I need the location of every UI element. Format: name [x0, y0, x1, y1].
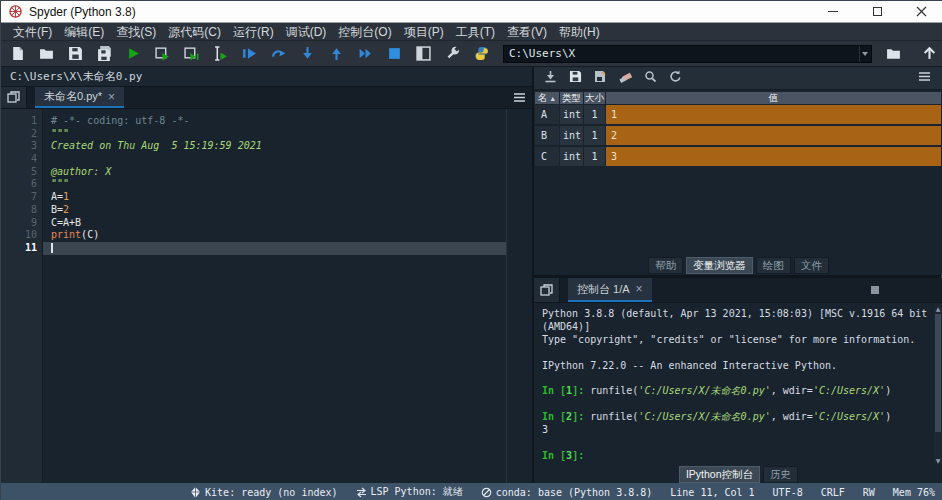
close-icon[interactable]: × [636, 284, 643, 294]
statusbar: Kite: ready (no index)LSP Python: 就绪cond… [1, 483, 942, 500]
status-item-8: Mem 76% [893, 487, 935, 498]
menu-item-4[interactable]: 源代码(C) [162, 23, 227, 41]
open-file-button[interactable] [33, 43, 59, 65]
interrupt-kernel-button[interactable] [867, 282, 883, 298]
code-line [43, 242, 506, 255]
status-item-1: Kite: ready (no index) [190, 487, 337, 498]
search-icon [644, 69, 657, 87]
step-into-button[interactable] [294, 43, 320, 65]
status-text: CRLF [821, 487, 845, 498]
run-cell-button[interactable] [149, 43, 175, 65]
console-line: Type "copyright", "credits" or "license"… [542, 334, 929, 347]
status-item-6: CRLF [821, 487, 845, 498]
maximize-pane-button[interactable] [410, 43, 436, 65]
pythonpath-button[interactable] [468, 43, 494, 65]
chevron-down-icon[interactable] [859, 46, 871, 62]
console-scrollbar[interactable]: ▲ ▼ [934, 304, 942, 464]
menu-item-10[interactable]: 查看(V) [501, 23, 553, 41]
step-over-button[interactable] [265, 43, 291, 65]
table-row[interactable]: Cint13 [535, 147, 942, 166]
close-console-button[interactable] [893, 282, 909, 298]
stack-icon [7, 91, 20, 104]
step-into-icon [300, 46, 315, 61]
search-button[interactable] [638, 68, 663, 88]
step-over-icon [271, 46, 286, 61]
variable-explorer-pane: 名▲类型大小值Aint11Bint12Cint13 帮助变量浏览器绘图文件 [534, 67, 942, 275]
save-icon [569, 69, 582, 87]
helper-tab-2[interactable]: 变量浏览器 [686, 257, 753, 274]
step-out-button[interactable] [323, 43, 349, 65]
menu-item-11[interactable]: 帮助(H) [553, 23, 606, 41]
table-row[interactable]: Bint12 [535, 126, 942, 145]
code-editor[interactable]: 1234567891011 # -*- coding: utf-8 -*-"""… [1, 109, 532, 483]
menu-item-5[interactable]: 运行(R) [227, 23, 280, 41]
refresh-button[interactable] [663, 68, 688, 88]
console-options-button[interactable] [919, 282, 935, 298]
stop-icon [387, 46, 402, 61]
new-file-button[interactable] [4, 43, 30, 65]
browse-consoles-button[interactable] [534, 278, 560, 302]
cell-size: 1 [584, 126, 605, 145]
remove-variables-button[interactable] [613, 68, 638, 88]
code-line: """ [43, 178, 506, 191]
editor-tab-untitled0[interactable]: 未命名0.py* × [35, 87, 124, 108]
console-bottom-tab-2[interactable]: 历史 [763, 466, 798, 483]
debug-button[interactable] [236, 43, 262, 65]
column-header-3[interactable]: 大小 [584, 92, 605, 104]
run-button[interactable] [120, 43, 146, 65]
browse-tabs-button[interactable] [1, 87, 27, 108]
scroll-up-icon[interactable]: ▲ [934, 304, 942, 312]
status-text: UTF-8 [773, 487, 803, 498]
editor-options-button[interactable] [506, 87, 532, 108]
code-line: B=2 [43, 204, 506, 217]
menu-item-1[interactable]: 文件(F) [7, 23, 58, 41]
cell-size: 1 [584, 147, 605, 166]
import-icon [544, 69, 557, 87]
status-item-2: LSP Python: 就绪 [356, 485, 463, 499]
preferences-button[interactable] [439, 43, 465, 65]
working-directory-input[interactable] [504, 47, 859, 60]
save-data-button[interactable] [563, 68, 588, 88]
menu-item-7[interactable]: 控制台(O) [332, 23, 397, 41]
save-button[interactable] [62, 43, 88, 65]
import-data-button[interactable] [538, 68, 563, 88]
menu-item-9[interactable]: 工具(T) [450, 23, 501, 41]
variable-options-button[interactable] [912, 68, 937, 88]
run-cell-advance-icon [184, 46, 199, 61]
console-content[interactable]: Python 3.8.8 (default, Apr 13 2021, 15:0… [534, 303, 942, 465]
parent-directory-button[interactable] [915, 43, 942, 65]
save-all-button[interactable] [91, 43, 117, 65]
helper-tab-4[interactable]: 文件 [794, 257, 829, 274]
continue-button[interactable] [352, 43, 378, 65]
console-line: (AMD64)] [542, 321, 929, 334]
column-header-2[interactable]: 类型 [560, 92, 583, 104]
menu-item-3[interactable]: 查找(S) [110, 23, 162, 41]
browse-directory-button[interactable] [880, 43, 908, 65]
save-data-as-button[interactable] [588, 68, 613, 88]
stop-button[interactable] [381, 43, 407, 65]
hamburger-icon [918, 69, 931, 87]
console-tab-1a[interactable]: 控制台 1/A × [568, 278, 652, 302]
run-cell-advance-button[interactable] [178, 43, 204, 65]
window-title: Spyder (Python 3.8) [29, 5, 136, 19]
console-bottom-tab-1[interactable]: IPython控制台 [679, 466, 760, 483]
scroll-down-icon[interactable]: ▼ [934, 456, 942, 464]
run-selection-button[interactable] [207, 43, 233, 65]
menu-item-2[interactable]: 编辑(E) [58, 23, 110, 41]
cell-value: 1 [606, 105, 941, 124]
close-button[interactable] [899, 1, 942, 22]
helper-tab-1[interactable]: 帮助 [648, 257, 683, 274]
helper-tab-3[interactable]: 绘图 [756, 257, 791, 274]
column-header-4[interactable]: 值 [606, 92, 941, 104]
python-logo-icon [474, 46, 489, 61]
close-icon[interactable]: × [108, 92, 115, 102]
column-header-1[interactable]: 名▲ [535, 92, 559, 104]
menu-item-8[interactable]: 项目(P) [398, 23, 450, 41]
cell-type: int [560, 147, 583, 166]
minimize-button[interactable] [811, 1, 855, 22]
console-line: In [2]: runfile('C:/Users/X/未命名0.py', wd… [542, 411, 929, 424]
maximize-button[interactable] [855, 1, 899, 22]
table-row[interactable]: Aint11 [535, 105, 942, 124]
menu-item-6[interactable]: 调试(D) [280, 23, 333, 41]
scrollbar-thumb[interactable] [935, 314, 941, 432]
